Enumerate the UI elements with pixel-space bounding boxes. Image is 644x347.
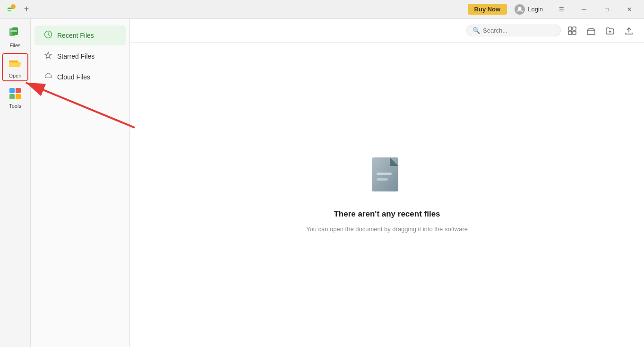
empty-state: There aren't any recent files You can op… — [130, 43, 644, 347]
starred-label: Starred Files — [57, 52, 94, 60]
maximize-button[interactable]: □ — [596, 2, 618, 17]
titlebar: + Buy Now Login ☰ ─ □ ✕ — [0, 0, 644, 19]
inbox-button[interactable] — [584, 23, 599, 38]
svg-rect-14 — [573, 27, 576, 30]
svg-rect-22 — [377, 178, 388, 181]
buy-now-button[interactable]: Buy Now — [468, 4, 507, 15]
svg-rect-5 — [10, 30, 17, 32]
svg-rect-9 — [16, 88, 21, 93]
tools-label: Tools — [9, 103, 21, 109]
icon-sidebar: Files Open — [0, 19, 31, 347]
svg-rect-15 — [568, 31, 572, 35]
grid-view-button[interactable] — [565, 23, 580, 38]
sidebar-item-files[interactable]: Files — [2, 23, 28, 51]
search-input[interactable] — [483, 27, 549, 34]
upload-button[interactable] — [621, 23, 636, 38]
menu-button[interactable]: ☰ — [550, 2, 572, 17]
file-illustration — [368, 157, 406, 203]
login-label: Login — [528, 6, 543, 13]
svg-rect-21 — [377, 173, 392, 175]
recent-icon — [44, 30, 52, 41]
toolbar: 🔍 — [130, 19, 644, 43]
window-controls: ☰ ─ □ ✕ — [550, 2, 640, 17]
empty-subtitle: You can open the document by dragging it… — [306, 226, 468, 233]
sidebar-item-open[interactable]: Open — [2, 53, 28, 81]
search-icon: 🔍 — [472, 27, 480, 34]
close-button[interactable]: ✕ — [618, 2, 640, 17]
svg-rect-11 — [16, 94, 21, 99]
star-icon — [44, 51, 52, 61]
files-icon — [8, 26, 23, 41]
svg-rect-10 — [9, 94, 15, 99]
svg-rect-7 — [9, 61, 14, 62]
add-folder-button[interactable] — [602, 23, 618, 38]
recent-label: Recent Files — [57, 32, 94, 39]
svg-rect-8 — [9, 88, 15, 93]
main-content: 🔍 — [130, 19, 644, 347]
files-label: Files — [9, 43, 20, 48]
login-button[interactable]: Login — [511, 2, 547, 17]
svg-rect-17 — [587, 30, 595, 35]
svg-point-1 — [11, 4, 16, 9]
svg-rect-16 — [573, 31, 576, 35]
open-label: Open — [9, 73, 22, 78]
titlebar-left: + — [4, 3, 32, 16]
nav-item-recent[interactable]: Recent Files — [34, 26, 126, 45]
new-tab-button[interactable]: + — [21, 4, 32, 15]
nav-item-cloud[interactable]: Cloud Files — [34, 67, 126, 87]
avatar-icon — [515, 4, 525, 15]
cloud-icon — [44, 72, 52, 82]
nav-sidebar: Recent Files Starred Files Cloud F — [31, 19, 130, 347]
search-box[interactable]: 🔍 — [466, 25, 561, 36]
svg-point-2 — [518, 7, 522, 10]
sidebar-item-tools[interactable]: Tools — [2, 83, 28, 112]
empty-title: There aren't any recent files — [334, 209, 440, 219]
app-body: Files Open — [0, 19, 644, 347]
cloud-label: Cloud Files — [57, 73, 90, 81]
tools-icon — [8, 86, 23, 101]
svg-rect-13 — [568, 27, 572, 30]
open-icon — [8, 56, 23, 71]
app-logo — [4, 3, 17, 16]
nav-item-starred[interactable]: Starred Files — [34, 46, 126, 66]
minimize-button[interactable]: ─ — [573, 2, 595, 17]
titlebar-right: Buy Now Login ☰ ─ □ ✕ — [468, 2, 640, 17]
